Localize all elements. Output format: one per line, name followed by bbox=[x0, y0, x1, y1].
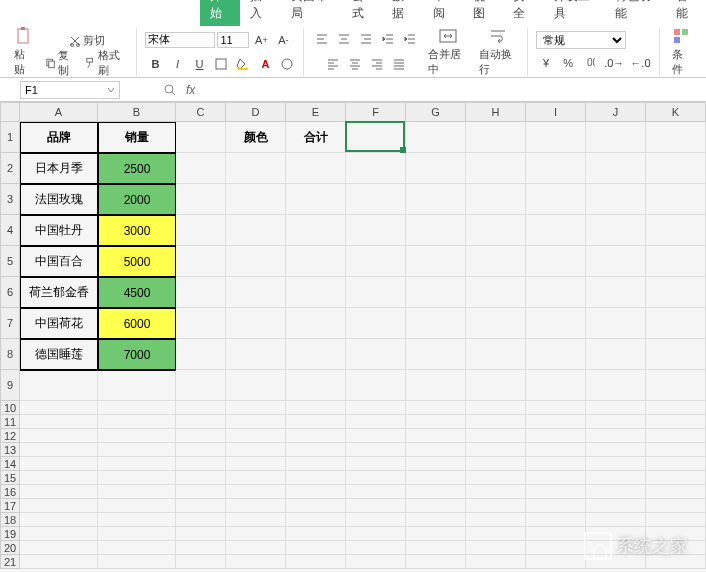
row-header-3[interactable]: 3 bbox=[0, 184, 20, 215]
cell-F6[interactable] bbox=[346, 277, 406, 308]
cell-I13[interactable] bbox=[526, 443, 586, 457]
cell-D12[interactable] bbox=[226, 429, 286, 443]
cell-F14[interactable] bbox=[346, 457, 406, 471]
tab-数据[interactable]: 数据 bbox=[382, 0, 422, 26]
cell-B5[interactable]: 5000 bbox=[98, 246, 176, 277]
cell-F18[interactable] bbox=[346, 513, 406, 527]
cell-A16[interactable] bbox=[20, 485, 98, 499]
italic-button[interactable]: I bbox=[167, 54, 187, 74]
cell-E20[interactable] bbox=[286, 541, 346, 555]
cell-G3[interactable] bbox=[406, 184, 466, 215]
cell-B20[interactable] bbox=[98, 541, 176, 555]
cell-J12[interactable] bbox=[586, 429, 646, 443]
cell-H10[interactable] bbox=[466, 401, 526, 415]
cell-C20[interactable] bbox=[176, 541, 226, 555]
border-button[interactable] bbox=[211, 54, 231, 74]
cell-F15[interactable] bbox=[346, 471, 406, 485]
col-header-H[interactable]: H bbox=[466, 102, 526, 122]
cell-C12[interactable] bbox=[176, 429, 226, 443]
cell-F5[interactable] bbox=[346, 246, 406, 277]
cell-D5[interactable] bbox=[226, 246, 286, 277]
cell-J7[interactable] bbox=[586, 308, 646, 339]
cell-A12[interactable] bbox=[20, 429, 98, 443]
cell-I14[interactable] bbox=[526, 457, 586, 471]
col-header-D[interactable]: D bbox=[226, 102, 286, 122]
cell-J6[interactable] bbox=[586, 277, 646, 308]
col-header-I[interactable]: I bbox=[526, 102, 586, 122]
cell-J18[interactable] bbox=[586, 513, 646, 527]
cell-D15[interactable] bbox=[226, 471, 286, 485]
cell-H21[interactable] bbox=[466, 555, 526, 569]
col-header-F[interactable]: F bbox=[346, 102, 406, 122]
cell-B19[interactable] bbox=[98, 527, 176, 541]
cell-F9[interactable] bbox=[346, 370, 406, 401]
cell-H9[interactable] bbox=[466, 370, 526, 401]
col-header-C[interactable]: C bbox=[176, 102, 226, 122]
cell-A10[interactable] bbox=[20, 401, 98, 415]
cell-A7[interactable]: 中国荷花 bbox=[20, 308, 98, 339]
cell-D8[interactable] bbox=[226, 339, 286, 370]
cell-H7[interactable] bbox=[466, 308, 526, 339]
align-left-icon[interactable] bbox=[323, 54, 343, 74]
cell-C21[interactable] bbox=[176, 555, 226, 569]
cell-C17[interactable] bbox=[176, 499, 226, 513]
cell-I21[interactable] bbox=[526, 555, 586, 569]
cell-B15[interactable] bbox=[98, 471, 176, 485]
cell-J15[interactable] bbox=[586, 471, 646, 485]
fill-color-button[interactable] bbox=[233, 54, 253, 74]
cell-I6[interactable] bbox=[526, 277, 586, 308]
cell-F11[interactable] bbox=[346, 415, 406, 429]
cell-C1[interactable] bbox=[176, 122, 226, 153]
cell-I18[interactable] bbox=[526, 513, 586, 527]
inc-decimal-icon[interactable]: .0→ bbox=[602, 53, 626, 73]
tab-安全[interactable]: 安全 bbox=[503, 0, 543, 26]
cell-K2[interactable] bbox=[646, 153, 706, 184]
cell-B17[interactable] bbox=[98, 499, 176, 513]
cell-H19[interactable] bbox=[466, 527, 526, 541]
cell-A19[interactable] bbox=[20, 527, 98, 541]
cell-B14[interactable] bbox=[98, 457, 176, 471]
cell-G15[interactable] bbox=[406, 471, 466, 485]
cell-J11[interactable] bbox=[586, 415, 646, 429]
cell-B1[interactable]: 销量 bbox=[98, 122, 176, 153]
cell-E9[interactable] bbox=[286, 370, 346, 401]
cell-G16[interactable] bbox=[406, 485, 466, 499]
cell-D11[interactable] bbox=[226, 415, 286, 429]
cell-J9[interactable] bbox=[586, 370, 646, 401]
cell-H4[interactable] bbox=[466, 215, 526, 246]
cell-I16[interactable] bbox=[526, 485, 586, 499]
cell-E6[interactable] bbox=[286, 277, 346, 308]
name-box[interactable]: F1 bbox=[20, 81, 120, 99]
cell-A15[interactable] bbox=[20, 471, 98, 485]
cell-G18[interactable] bbox=[406, 513, 466, 527]
cell-I9[interactable] bbox=[526, 370, 586, 401]
cell-K8[interactable] bbox=[646, 339, 706, 370]
cell-C13[interactable] bbox=[176, 443, 226, 457]
cell-G11[interactable] bbox=[406, 415, 466, 429]
cell-H1[interactable] bbox=[466, 122, 526, 153]
cell-E5[interactable] bbox=[286, 246, 346, 277]
cell-G21[interactable] bbox=[406, 555, 466, 569]
cell-E12[interactable] bbox=[286, 429, 346, 443]
cell-G8[interactable] bbox=[406, 339, 466, 370]
cell-H20[interactable] bbox=[466, 541, 526, 555]
cell-E19[interactable] bbox=[286, 527, 346, 541]
cell-A4[interactable]: 中国牡丹 bbox=[20, 215, 98, 246]
cell-B7[interactable]: 6000 bbox=[98, 308, 176, 339]
cell-G14[interactable] bbox=[406, 457, 466, 471]
cell-B8[interactable]: 7000 bbox=[98, 339, 176, 370]
cell-I3[interactable] bbox=[526, 184, 586, 215]
row-header-17[interactable]: 17 bbox=[0, 499, 20, 513]
cell-D3[interactable] bbox=[226, 184, 286, 215]
cell-B6[interactable]: 4500 bbox=[98, 277, 176, 308]
cell-F21[interactable] bbox=[346, 555, 406, 569]
cell-K11[interactable] bbox=[646, 415, 706, 429]
tab-特色功能[interactable]: 特色功能 bbox=[605, 0, 666, 26]
indent-inc-icon[interactable] bbox=[400, 30, 420, 50]
cell-K5[interactable] bbox=[646, 246, 706, 277]
cell-J16[interactable] bbox=[586, 485, 646, 499]
cell-E2[interactable] bbox=[286, 153, 346, 184]
cell-A8[interactable]: 德国睡莲 bbox=[20, 339, 98, 370]
cell-G17[interactable] bbox=[406, 499, 466, 513]
col-header-E[interactable]: E bbox=[286, 102, 346, 122]
